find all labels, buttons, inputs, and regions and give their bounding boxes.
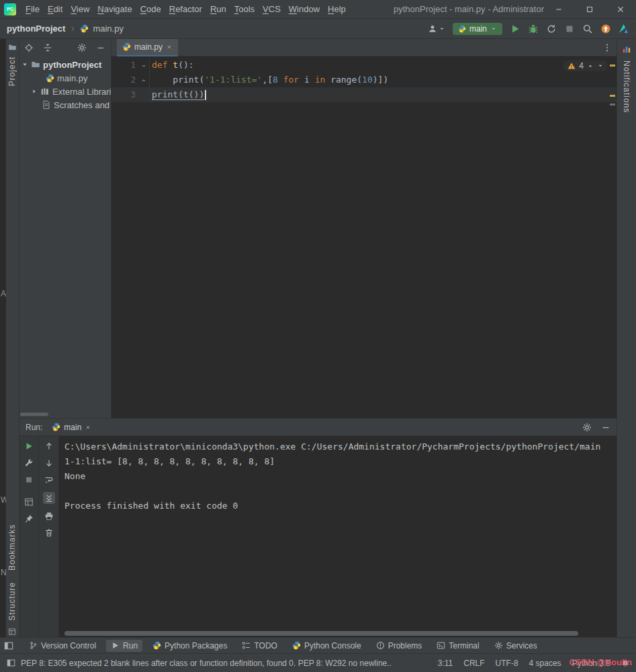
code-line-2[interactable]: 2› print('1-1:list=',[8 for i in range(1… [111, 73, 617, 87]
error-stripe-mark[interactable] [610, 65, 615, 67]
close-button[interactable] [605, 0, 636, 18]
code-line-3[interactable]: 3print(t()) [111, 87, 617, 102]
tree-item-project-root[interactable]: pythonProject [19, 58, 111, 71]
menu-window[interactable]: Window [285, 0, 324, 19]
menu-tools[interactable]: Tools [230, 0, 259, 19]
tab-main-py[interactable]: main.py [117, 39, 178, 56]
code-line-1[interactable]: 1›def t(): [111, 58, 617, 73]
soft-wrap-icon[interactable] [44, 475, 54, 485]
debug-icon[interactable] [528, 24, 539, 34]
menu-navigate[interactable]: Navigate [93, 0, 136, 19]
gear-icon[interactable] [582, 423, 592, 432]
gear-icon[interactable] [77, 43, 87, 52]
toolwindow-button-terminal[interactable]: Terminal [432, 640, 484, 652]
chevron-collapsed-icon[interactable] [31, 88, 38, 95]
indent-setting[interactable]: 4 spaces [529, 659, 561, 668]
run-configuration-selector[interactable]: main [453, 23, 502, 35]
edit-configuration-icon[interactable] [24, 458, 34, 468]
hide-panel-icon[interactable] [601, 423, 610, 432]
left-toolwindow-bar: Project Bookmarks Structure [6, 39, 19, 637]
chevron-expanded-icon[interactable] [21, 61, 28, 68]
pin-icon[interactable] [24, 514, 34, 523]
print-icon[interactable] [44, 511, 54, 521]
run-label: Run: [26, 423, 42, 432]
code-editor[interactable]: 1›def t():2› print('1-1:list=',[8 for i … [111, 56, 617, 418]
breadcrumb-project[interactable]: pythonProject [7, 24, 65, 34]
project-stripe-icon[interactable] [8, 43, 17, 52]
inspections-widget[interactable]: 4 [563, 60, 608, 71]
toolwindow-button-problems[interactable]: Problems [371, 640, 427, 652]
layout-icon[interactable] [7, 659, 15, 667]
tree-item-external-libraries[interactable]: External Librarie [19, 85, 111, 98]
horizontal-scrollbar[interactable] [64, 631, 578, 636]
close-tab-icon[interactable] [166, 44, 173, 50]
error-stripe-mark[interactable] [610, 103, 615, 106]
stop-icon[interactable] [564, 24, 575, 34]
rerun-icon[interactable] [546, 24, 557, 34]
toolwindow-button-run[interactable]: Run [106, 640, 142, 652]
hide-panel-icon[interactable] [96, 43, 105, 52]
toolwindow-switcher-icon[interactable] [4, 641, 13, 650]
sidebar-item-bookmarks[interactable]: Bookmarks [7, 524, 17, 571]
menu-help[interactable]: Help [324, 0, 350, 19]
tree-item-main-py[interactable]: main.py [19, 71, 111, 85]
python-icon [292, 641, 301, 650]
problems-icon [376, 641, 385, 650]
down-stack-trace-icon[interactable] [44, 458, 54, 468]
menu-file[interactable]: File [21, 0, 44, 19]
console-output[interactable]: C:\Users\Administrator\miniconda3\python… [59, 436, 617, 637]
stop-icon[interactable] [24, 475, 34, 485]
menu-refactor[interactable]: Refactor [165, 0, 206, 19]
toolwindow-button-version-control[interactable]: Version Control [24, 640, 101, 652]
toolwindow-label: Run [123, 641, 138, 650]
menu-vcs[interactable]: VCS [259, 0, 285, 19]
breadcrumb-file[interactable]: main.py [93, 24, 124, 34]
tree-item-scratches[interactable]: Scratches and C [19, 98, 111, 112]
sidebar-item-project[interactable]: Project [7, 56, 17, 86]
sidebar-item-notifications[interactable]: Notifications [622, 60, 631, 113]
stripe-grid-icon[interactable] [8, 628, 16, 636]
toolwindow-button-todo[interactable]: TODO [237, 640, 281, 652]
menu-run[interactable]: Run [206, 0, 230, 19]
terminal-icon [437, 641, 445, 650]
scroll-to-end-toggle[interactable] [43, 492, 55, 504]
menu-code[interactable]: Code [136, 0, 165, 19]
sidebar-item-structure[interactable]: Structure [7, 582, 17, 621]
file-encoding[interactable]: UTF-8 [496, 659, 518, 668]
maximize-button[interactable] [574, 0, 605, 18]
toolwindow-button-services[interactable]: Services [490, 640, 542, 652]
locate-file-icon[interactable] [24, 43, 34, 52]
code-with-me-icon[interactable] [619, 24, 629, 34]
collapse-all-icon[interactable] [43, 43, 52, 52]
run-tab-main[interactable]: main [52, 423, 91, 432]
restore-layout-icon[interactable] [24, 497, 34, 507]
horizontal-scrollbar[interactable] [20, 413, 48, 416]
minimize-button[interactable] [543, 0, 574, 18]
fold-marker-icon[interactable]: › [138, 58, 150, 73]
console-toolbar [39, 436, 59, 637]
toolwindow-label: Python Console [304, 641, 361, 650]
run-header-actions [582, 423, 610, 432]
user-profile-button[interactable] [428, 24, 445, 34]
menu-view[interactable]: View [66, 0, 93, 19]
status-bar: PEP 8: E305 expected 2 blank lines after… [0, 653, 636, 672]
more-options-icon[interactable] [602, 43, 612, 52]
next-warning-icon[interactable] [597, 62, 604, 69]
rerun-icon[interactable] [24, 442, 34, 451]
line-separator[interactable]: CRLF [463, 659, 484, 668]
toolwindow-button-python-console[interactable]: Python Console [287, 640, 366, 652]
caret-position[interactable]: 3:11 [438, 659, 453, 668]
search-everywhere-icon[interactable] [582, 24, 593, 34]
menu-edit[interactable]: Edit [44, 0, 66, 19]
error-stripe-mark[interactable] [610, 95, 615, 97]
run-icon[interactable] [510, 24, 520, 34]
sciview-icon[interactable] [622, 44, 631, 54]
toolwindow-button-python-packages[interactable]: Python Packages [148, 640, 232, 652]
fold-marker-icon[interactable]: › [138, 73, 150, 87]
prev-warning-icon[interactable] [587, 62, 594, 69]
toolbar-actions: main [428, 23, 629, 35]
ide-update-icon[interactable] [600, 24, 611, 34]
up-stack-trace-icon[interactable] [44, 442, 54, 451]
clear-all-icon[interactable] [44, 528, 54, 538]
close-tab-icon[interactable] [85, 424, 91, 431]
